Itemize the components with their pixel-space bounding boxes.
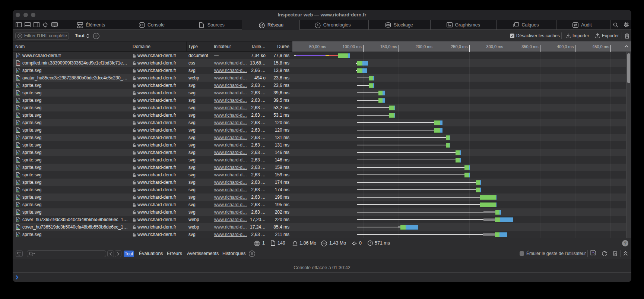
svg-text:JS: JS [591,251,594,254]
svg-text:css: css [17,63,20,65]
